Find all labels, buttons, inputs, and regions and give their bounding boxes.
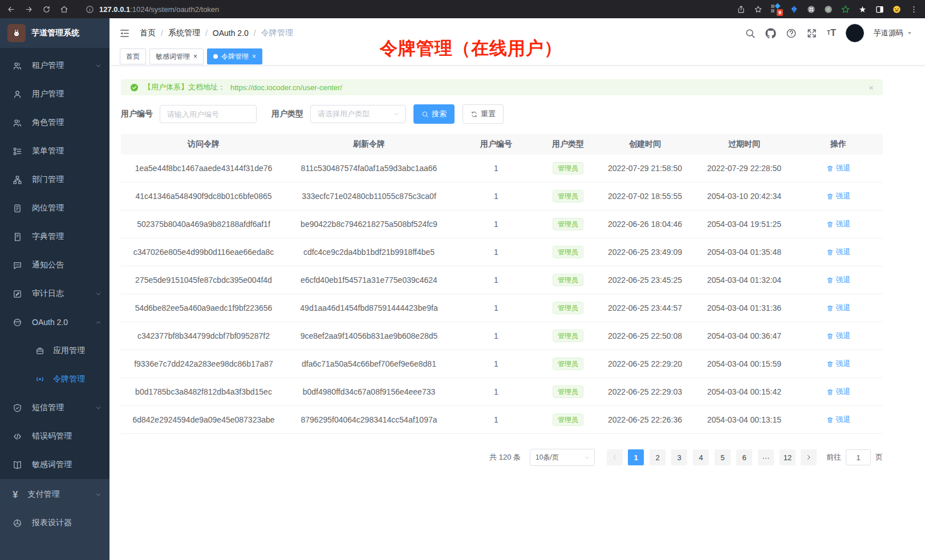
help-icon[interactable] (786, 28, 797, 39)
sidebar-item-label: 审计日志 (32, 289, 64, 299)
page-button-12[interactable]: 12 (780, 449, 796, 465)
force-logout-button[interactable]: 强退 (826, 415, 851, 425)
breadcrumb-item-0[interactable]: 首页 (140, 28, 156, 38)
browser-menu-icon[interactable] (910, 5, 918, 14)
share-icon[interactable] (737, 5, 745, 14)
user-type-select[interactable]: 请选择用户类型 (310, 105, 406, 123)
force-logout-button[interactable]: 强退 (826, 275, 851, 285)
access-token-cell: b0d1785bc3a8482f812db4a3f3bd15ec (135, 387, 272, 396)
tab-2[interactable]: 令牌管理× (207, 48, 262, 64)
search-button[interactable]: 搜索 (413, 104, 455, 124)
extension-grid-icon[interactable]: 9 (771, 4, 781, 14)
page-button-5[interactable]: 5 (715, 449, 731, 465)
page-button-2[interactable]: 2 (650, 449, 666, 465)
breadcrumb-item-1[interactable]: 系统管理 (168, 28, 200, 38)
prev-page-button[interactable] (607, 449, 623, 465)
bookmark-star-icon[interactable] (754, 5, 762, 14)
cell-expires: 2054-03-04 00:36:47 (695, 331, 794, 340)
sidebar-item-13[interactable]: 错误码管理 (0, 422, 109, 451)
green-star-extension-icon[interactable] (841, 5, 850, 14)
force-logout-label: 强退 (836, 387, 851, 397)
sidebar-item-12[interactable]: 短信管理 (0, 393, 109, 422)
font-size-icon[interactable]: TT (827, 29, 836, 38)
cell-expires: 2054-03-04 19:51:25 (695, 220, 794, 229)
cell-user_id: 1 (452, 220, 541, 229)
gray-circle-extension-icon[interactable] (807, 5, 816, 14)
force-logout-button[interactable]: 强退 (826, 387, 851, 397)
record-circle-extension-icon[interactable] (824, 5, 833, 14)
doc-link[interactable]: https://doc.iocoder.cn/user-center/ (230, 83, 342, 92)
next-page-button[interactable] (801, 449, 817, 465)
breadcrumb-item-2[interactable]: OAuth 2.0 (213, 29, 249, 38)
cell-action: 强退 (794, 247, 883, 257)
white-star-extension-icon[interactable] (858, 5, 867, 14)
user-menu[interactable]: 芋道源码 (874, 28, 912, 38)
sidebar-item-label: 字典管理 (32, 232, 64, 242)
sidebar-item-5[interactable]: 岗位管理 (0, 194, 109, 222)
user-id-cell: 1 (494, 192, 498, 201)
page-info-icon[interactable] (86, 5, 94, 14)
access-token-cell: c347026e805e4d99b0d116eae66eda8c (133, 247, 274, 257)
alert-close-icon[interactable]: × (869, 83, 874, 92)
browser-back-icon[interactable] (7, 5, 15, 14)
sidebar-item-6[interactable]: 字典管理 (0, 222, 109, 251)
breadcrumb-item-3[interactable]: 令牌管理 (261, 28, 293, 38)
force-logout-button[interactable]: 强退 (826, 247, 851, 257)
cell-expires: 2054-03-04 00:15:42 (695, 387, 794, 396)
user-avatar[interactable] (846, 24, 864, 42)
sidebar-item-9[interactable]: OAuth 2.0 (0, 308, 109, 336)
page-size-select[interactable]: 10条/页 (530, 449, 595, 466)
tab-close-icon[interactable]: × (252, 52, 256, 60)
sidebar-item-2[interactable]: 角色管理 (0, 108, 109, 137)
url-bar[interactable]: 127.0.0.1:1024/system/oauth2/token (86, 5, 219, 14)
user-id-input[interactable] (160, 105, 257, 123)
page-button-6[interactable]: 6 (736, 449, 752, 465)
sidebar-item-8[interactable]: 审计日志 (0, 279, 109, 308)
sidebar-item-16[interactable]: 报表设计器 (0, 509, 109, 537)
sidebar-item-label: 支付管理 (27, 489, 59, 500)
goto-page-input[interactable] (846, 449, 871, 465)
gem-extension-icon[interactable] (790, 5, 798, 14)
sidebar-item-3[interactable]: 菜单管理 (0, 137, 109, 165)
search-icon[interactable] (745, 28, 756, 39)
force-logout-button[interactable]: 强退 (826, 303, 851, 313)
reset-button[interactable]: 重置 (462, 104, 504, 124)
sidebar-item-0[interactable]: 租户管理 (0, 51, 109, 80)
force-logout-button[interactable]: 强退 (826, 163, 851, 173)
sidebar-item-4[interactable]: 部门管理 (0, 165, 109, 194)
sidebar-item-15[interactable]: ¥支付管理 (0, 480, 109, 509)
force-logout-button[interactable]: 强退 (826, 191, 851, 201)
collapse-sidebar-icon[interactable] (119, 28, 130, 39)
force-logout-button[interactable]: 强退 (826, 219, 851, 229)
side-panel-icon[interactable] (875, 5, 884, 14)
page-ellipsis[interactable]: ··· (758, 449, 774, 465)
sidebar-item-10[interactable]: 应用管理 (0, 336, 109, 365)
sidebar-item-1[interactable]: 用户管理 (0, 80, 109, 108)
fullscreen-icon[interactable] (806, 28, 817, 39)
cell-user_id: 1 (452, 192, 541, 201)
browser-reload-icon[interactable] (42, 5, 51, 14)
browser-home-icon[interactable] (60, 5, 68, 14)
force-logout-button[interactable]: 强退 (826, 331, 851, 341)
page-button-3[interactable]: 3 (671, 449, 687, 465)
sidebar-item-7[interactable]: 通知公告 (0, 251, 109, 279)
tab-close-icon[interactable]: × (193, 52, 197, 60)
page-button-1[interactable]: 1 (628, 449, 644, 465)
rabbit-logo-icon (7, 24, 26, 42)
tab-1[interactable]: 敏感词管理× (149, 48, 204, 64)
github-icon[interactable] (765, 28, 776, 39)
alert-text: 【用户体系】文档地址： (144, 82, 225, 92)
trash-icon (826, 388, 834, 396)
browser-forward-icon[interactable] (25, 5, 33, 14)
page-button-4[interactable]: 4 (693, 449, 709, 465)
sidebar-item-11[interactable]: 令牌管理 (0, 365, 109, 393)
force-logout-label: 强退 (836, 275, 851, 285)
cell-refresh: dfa6c71a50a54c66bef706ef9e6e8d81 (286, 359, 452, 368)
tab-0[interactable]: 首页 (120, 48, 146, 64)
refresh-token-cell: cdfc4ce9c2da4bb1bdf21b9918ff4be5 (303, 247, 435, 257)
emoji-profile-icon[interactable] (892, 5, 901, 14)
app-logo[interactable]: 芋道管理系统 (0, 18, 109, 48)
sidebar-item-14[interactable]: 敏感词管理 (0, 451, 109, 479)
refresh-token-cell: b0df4980ffd34c67a08f9156e4eee733 (303, 387, 436, 396)
force-logout-button[interactable]: 强退 (826, 359, 851, 369)
